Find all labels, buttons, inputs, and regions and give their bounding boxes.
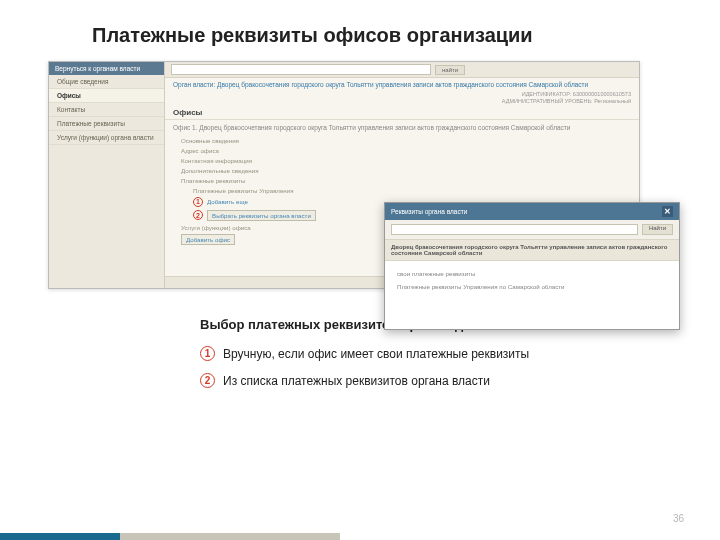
form-label: Контактная информация [181, 157, 252, 164]
popup-list: свои платежные реквизиты Платежные рекви… [385, 261, 679, 299]
add-more-link[interactable]: Добавить еще [207, 198, 248, 205]
sidebar-item-requisites[interactable]: Платежные реквизиты [49, 117, 164, 131]
legend-text: Вручную, если офис имеет свои платежные … [223, 347, 529, 361]
footer-bar [0, 533, 720, 540]
marker-1: 1 [193, 197, 203, 207]
popup-list-item[interactable]: свои платежные реквизиты [397, 267, 667, 280]
form-label: Услуги (функции) офиса [181, 224, 251, 231]
search-input[interactable] [171, 64, 431, 75]
popup-header: Реквизиты органа власти ✕ [385, 203, 679, 220]
legend-row: 1 Вручную, если офис имеет свои платежны… [200, 346, 720, 361]
add-office-button[interactable]: Добавить офис [181, 234, 235, 245]
page-number: 36 [673, 513, 684, 524]
popup-org-row: Дворец бракосочетания городского округа … [385, 239, 679, 261]
org-breadcrumb: Орган власти: Дворец бракосочетания горо… [165, 78, 639, 91]
back-link[interactable]: Вернуться к органам власти [49, 62, 164, 75]
sidebar-item-general[interactable]: Общие сведения [49, 75, 164, 89]
sidebar-item-offices[interactable]: Офисы [49, 89, 164, 103]
office-row: Офис 1. Дворец бракосочетания городского… [165, 119, 639, 135]
form-label: Дополнительные сведения [181, 167, 259, 174]
topbar: найти [165, 62, 639, 78]
popup-list-item[interactable]: Платежные реквизиты Управления по Самарс… [397, 280, 667, 293]
search-button[interactable]: найти [435, 65, 465, 75]
sidebar-item-contacts[interactable]: Контакты [49, 103, 164, 117]
legend-row: 2 Из списка платежных реквизитов органа … [200, 373, 720, 388]
legend: 1 Вручную, если офис имеет свои платежны… [200, 346, 720, 388]
popup-search-input[interactable] [391, 224, 638, 235]
popup-search-button[interactable]: Найти [642, 224, 673, 235]
legend-marker-1: 1 [200, 346, 215, 361]
form-label: Основные сведения [181, 137, 239, 144]
id-line: ИДЕНТИФИКАТОР: 6300000010000610573 АДМИН… [165, 91, 639, 106]
marker-2: 2 [193, 210, 203, 220]
sidebar-item-services[interactable]: Услуги (функции) органа власти [49, 131, 164, 145]
section-title: Офисы [165, 106, 639, 119]
legend-text: Из списка платежных реквизитов органа вл… [223, 374, 490, 388]
form-label: Платежные реквизиты Управления [193, 187, 294, 194]
sidebar: Вернуться к органам власти Общие сведени… [49, 62, 165, 288]
form-label: Адрес офиса [181, 147, 219, 154]
form-label: Платежные реквизиты [181, 177, 246, 184]
popup-search-row: Найти [385, 220, 679, 239]
popup-title: Реквизиты органа власти [391, 208, 467, 215]
requisites-popup: Реквизиты органа власти ✕ Найти Дворец б… [384, 202, 680, 330]
close-icon[interactable]: ✕ [662, 206, 673, 217]
legend-marker-2: 2 [200, 373, 215, 388]
choose-requisites-button[interactable]: Выбрать реквизиты органа власти [207, 210, 316, 221]
app-screenshot: Вернуться к органам власти Общие сведени… [48, 61, 640, 289]
page-title: Платежные реквизиты офисов организации [92, 24, 720, 47]
